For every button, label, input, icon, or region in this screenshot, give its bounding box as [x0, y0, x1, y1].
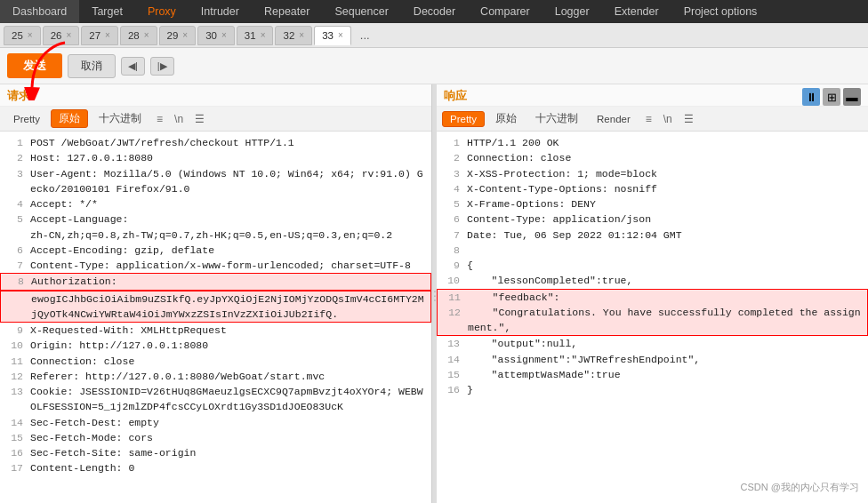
- tab-27[interactable]: 27×: [81, 26, 118, 45]
- menu-target[interactable]: Target: [79, 0, 135, 23]
- response-line-3: 3X-XSS-Protection: 1; mode=block: [437, 166, 868, 181]
- request-line-15: 15Sec-Fetch-Mode: cors: [0, 430, 431, 445]
- menu-proxy[interactable]: Proxy: [135, 0, 189, 23]
- watermark: CSDN @我的内心只有学习: [741, 481, 859, 494]
- tab-28-close[interactable]: ×: [144, 30, 149, 40]
- response-header-row: 响应 ⏸ ⊞ ▬: [437, 84, 868, 107]
- tab-25-close[interactable]: ×: [28, 30, 33, 40]
- response-line-11: 11 "feedback":: [437, 289, 868, 305]
- request-fmt-hex[interactable]: 十六进制: [91, 109, 149, 128]
- request-line-16: 16Sec-Fetch-Site: same-origin: [0, 445, 431, 460]
- tab-26-close[interactable]: ×: [66, 30, 71, 40]
- request-line-14: 14Sec-Fetch-Dest: empty: [0, 415, 431, 430]
- request-code-area[interactable]: 1POST /WebGoat/JWT/refresh/checkout HTTP…: [0, 132, 431, 503]
- response-line-4: 4X-Content-Type-Options: nosniff: [437, 181, 868, 196]
- tab-29-close[interactable]: ×: [182, 30, 188, 40]
- response-line-2: 2Connection: close: [437, 150, 868, 165]
- menu-repeater[interactable]: Repeater: [252, 0, 322, 23]
- request-line-4: 4Accept: */*: [0, 196, 431, 212]
- request-line-3: 3User-Agent: Mozilla/5.0 (Windows NT 10.…: [0, 166, 431, 197]
- response-title: 响应: [444, 88, 467, 104]
- request-line-6: 6Accept-Encoding: gzip, deflate: [0, 243, 431, 258]
- nav-prev-button[interactable]: ◀|: [121, 57, 145, 76]
- tab-30[interactable]: 30×: [197, 26, 235, 45]
- menu-logger[interactable]: Logger: [542, 0, 602, 23]
- request-line-5: 5Accept-Language:: [0, 212, 431, 227]
- response-icon-menu[interactable]: ☰: [679, 111, 698, 127]
- response-line-5: 5X-Frame-Options: DENY: [437, 196, 868, 212]
- response-icon-slash-n[interactable]: \n: [659, 111, 677, 127]
- grid-button-2[interactable]: ▬: [843, 88, 861, 106]
- request-line-2: 2Host: 127.0.0.1:8080: [0, 150, 431, 165]
- request-line-7: 7Content-Type: application/x-www-form-ur…: [0, 258, 431, 273]
- request-line-10: 10Origin: http://127.0.0.1:8080: [0, 338, 431, 353]
- request-line-8: 8Authorization:: [0, 273, 431, 290]
- response-line-16: 16}: [437, 382, 868, 397]
- request-fmt-raw[interactable]: 原始: [51, 109, 88, 128]
- response-line-15: 15 "attemptWasMade":true: [437, 367, 868, 382]
- response-line-6: 6Content-Type: application/json: [437, 212, 868, 227]
- response-line-14: 14 "assignment":"JWTRefreshEndpoint",: [437, 352, 868, 367]
- main-content: 请求 Pretty 原始 十六进制 ≡ \n ☰ 1POST /WebGoat/…: [0, 84, 868, 503]
- response-fmt-pretty[interactable]: Pretty: [442, 111, 485, 127]
- response-line-12: 12 "Congratulations. You have successful…: [437, 305, 868, 337]
- tab-28[interactable]: 28×: [120, 26, 157, 45]
- response-line-13: 13 "output":null,: [437, 336, 868, 351]
- menu-sequencer[interactable]: Sequencer: [322, 0, 400, 23]
- request-line-5b: zh-CN,zh;q=0.8,zh-TW;q=0.7,zh-HK;q=0.5,e…: [0, 228, 431, 243]
- tab-33[interactable]: 33×: [314, 26, 351, 45]
- tab-31-close[interactable]: ×: [261, 30, 266, 40]
- grid-button-1[interactable]: ⊞: [823, 88, 840, 106]
- menu-decoder[interactable]: Decoder: [401, 0, 468, 23]
- tab-27-close[interactable]: ×: [105, 30, 110, 40]
- pause-button[interactable]: ⏸: [802, 88, 820, 106]
- response-line-9: 9{: [437, 258, 868, 273]
- tab-31[interactable]: 31×: [237, 26, 274, 45]
- response-line-7: 7Date: Tue, 06 Sep 2022 01:12:04 GMT: [437, 228, 868, 243]
- response-format-tabs: Pretty 原始 十六进制 Render ≡ \n ☰: [437, 107, 868, 132]
- toolbar: 发送 取消 ◀| |▶: [0, 48, 868, 84]
- request-icon-slash-n[interactable]: \n: [170, 111, 188, 127]
- tab-25[interactable]: 25×: [4, 26, 41, 45]
- tab-29[interactable]: 29×: [159, 26, 197, 45]
- tab-30-close[interactable]: ×: [221, 30, 227, 40]
- tab-more[interactable]: ...: [353, 28, 377, 42]
- response-fmt-render[interactable]: Render: [589, 111, 639, 127]
- menu-comparer[interactable]: Comparer: [468, 0, 542, 23]
- response-line-10: 10 "lessonCompleted":true,: [437, 273, 868, 288]
- request-icon-menu[interactable]: ☰: [190, 111, 209, 127]
- request-title: 请求: [7, 89, 30, 102]
- request-line-17: 17Content-Length: 0: [0, 460, 431, 475]
- tab-33-close[interactable]: ×: [338, 30, 343, 40]
- request-line-9: 9X-Requested-With: XMLHttpRequest: [0, 323, 431, 338]
- response-icon-list[interactable]: ≡: [641, 111, 656, 127]
- response-line-8: 8: [437, 243, 868, 258]
- request-line-11: 11Connection: close: [0, 354, 431, 369]
- response-fmt-hex[interactable]: 十六进制: [527, 109, 586, 128]
- tab-26[interactable]: 26×: [43, 26, 80, 45]
- request-line-1: 1POST /WebGoat/JWT/refresh/checkout HTTP…: [0, 135, 431, 150]
- response-line-1: 1HTTP/1.1 200 OK: [437, 135, 868, 150]
- request-line-12: 12Referer: http://127.0.0.1:8080/WebGoat…: [0, 369, 431, 384]
- request-format-tabs: Pretty 原始 十六进制 ≡ \n ☰: [0, 107, 431, 132]
- tabs-row: 25× 26× 27× 28× 29× 30× 31× 32× 33× ...: [0, 23, 868, 48]
- cancel-button[interactable]: 取消: [68, 54, 116, 78]
- request-header: 请求: [0, 84, 431, 107]
- menu-extender[interactable]: Extender: [602, 0, 671, 23]
- response-code-area[interactable]: 1HTTP/1.1 200 OK 2Connection: close 3X-X…: [437, 132, 868, 503]
- send-button[interactable]: 发送: [7, 53, 62, 78]
- request-line-8b: ewogICJhbGciOiAibm9uZSIkfQ.eyJpYXQiOjE2N…: [0, 291, 431, 323]
- response-panel: 响应 ⏸ ⊞ ▬ Pretty 原始 十六进制 Render ≡ \n ☰ 1H…: [437, 84, 868, 503]
- tab-32[interactable]: 32×: [275, 26, 312, 45]
- menu-intruder[interactable]: Intruder: [189, 0, 252, 23]
- request-line-13: 13Cookie: JSESSIONID=V26tHUq8GMaeuzlgsEC…: [0, 384, 431, 415]
- tab-32-close[interactable]: ×: [299, 30, 304, 40]
- menu-dashboard[interactable]: Dashboard: [0, 0, 79, 23]
- request-icon-list[interactable]: ≡: [152, 111, 167, 127]
- nav-next-button[interactable]: |▶: [150, 57, 174, 76]
- request-fmt-pretty[interactable]: Pretty: [5, 111, 48, 127]
- menu-bar: Dashboard Target Proxy Intruder Repeater…: [0, 0, 868, 23]
- menu-project-options[interactable]: Project options: [671, 0, 770, 23]
- request-panel: 请求 Pretty 原始 十六进制 ≡ \n ☰ 1POST /WebGoat/…: [0, 84, 432, 503]
- response-fmt-raw[interactable]: 原始: [487, 109, 525, 128]
